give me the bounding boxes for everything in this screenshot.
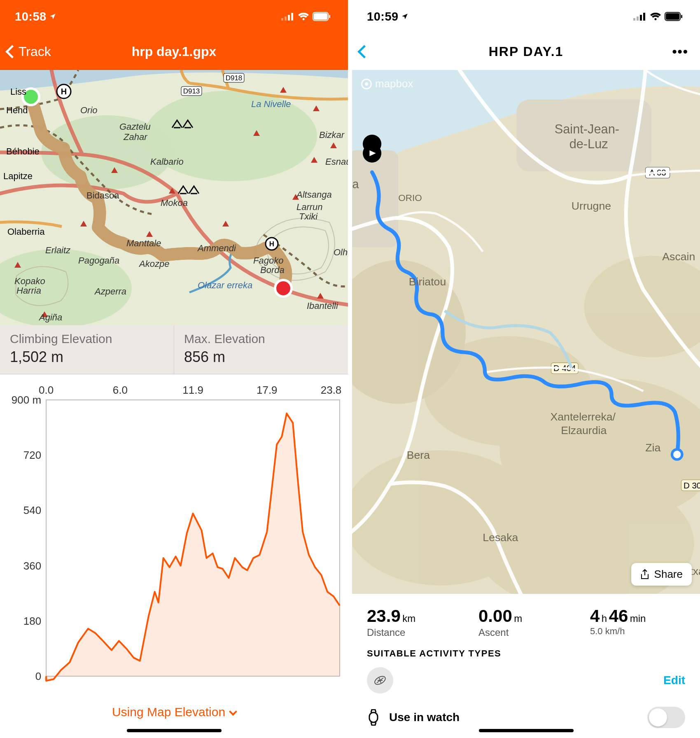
svg-rect-66 xyxy=(640,15,642,21)
svg-rect-3 xyxy=(291,13,293,21)
svg-text:720: 720 xyxy=(23,449,41,461)
svg-text:Altsanga: Altsanga xyxy=(296,189,332,200)
elevation-chart[interactable]: 0.06.011.917.923.8 km900 m7205403601800 xyxy=(0,374,348,693)
svg-text:900 m: 900 m xyxy=(12,394,41,406)
svg-text:Harria: Harria xyxy=(16,285,41,296)
stat-time: 4 h 46 min 5.0 km/h xyxy=(590,606,685,638)
svg-rect-65 xyxy=(637,16,639,21)
svg-text:Orio: Orio xyxy=(80,105,98,115)
stat-ascent: 0.00 m Ascent xyxy=(478,606,574,638)
svg-rect-69 xyxy=(666,13,679,20)
svg-text:Hend: Hend xyxy=(6,105,28,115)
svg-text:Larrun: Larrun xyxy=(296,202,323,212)
svg-rect-78 xyxy=(352,150,398,248)
nav-title: HRP DAY.1 xyxy=(489,44,564,59)
use-in-watch-toggle[interactable] xyxy=(647,707,685,728)
svg-text:Azperra: Azperra xyxy=(94,286,126,297)
svg-rect-0 xyxy=(281,18,283,21)
svg-text:11.9: 11.9 xyxy=(182,384,203,396)
home-indicator xyxy=(127,729,222,732)
svg-text:Liss: Liss xyxy=(10,86,26,97)
status-bar: 10:58 xyxy=(0,0,348,33)
home-indicator xyxy=(479,729,574,732)
left-app-screenshot: 10:58 Track hrp day.1.gpx xyxy=(0,0,348,738)
svg-text:Béhobie: Béhobie xyxy=(6,146,40,156)
nav-bar: Track hrp day.1.gpx xyxy=(0,33,348,70)
svg-text:Olha: Olha xyxy=(334,247,348,257)
svg-point-9 xyxy=(144,91,317,181)
svg-text:Ibantelli: Ibantelli xyxy=(307,301,338,311)
svg-text:Lesaka: Lesaka xyxy=(483,531,518,544)
svg-text:17.9: 17.9 xyxy=(257,384,278,396)
svg-text:H: H xyxy=(61,87,67,96)
svg-rect-6 xyxy=(329,15,330,18)
svg-text:Ammendi: Ammendi xyxy=(197,243,236,253)
route-stats: 23.9 km Distance 0.00 m Ascent 4 h 46 mi… xyxy=(352,594,700,642)
track-stats: Climbing Elevation 1,502 m Max. Elevatio… xyxy=(0,325,348,374)
track-map[interactable]: H H D918 D913 Liss Hend Orio Béhobie Lap… xyxy=(0,70,348,325)
section-activity-types: SUITABLE ACTIVITY TYPES xyxy=(352,642,700,666)
back-button[interactable]: Track xyxy=(7,44,51,59)
svg-text:ia: ia xyxy=(352,177,359,191)
cell-signal-icon xyxy=(633,12,646,21)
chevron-left-icon xyxy=(5,45,19,58)
stat-climbing: Climbing Elevation 1,502 m xyxy=(0,325,174,374)
svg-text:Urrugne: Urrugne xyxy=(572,200,611,212)
route-map[interactable]: A 63 D 404 D 306 xyxy=(352,70,700,594)
svg-text:D913: D913 xyxy=(183,87,200,95)
chevron-left-icon xyxy=(357,45,371,58)
status-time: 10:58 xyxy=(15,10,56,23)
svg-point-87 xyxy=(672,449,682,460)
svg-rect-67 xyxy=(643,13,645,21)
svg-text:180: 180 xyxy=(23,615,41,627)
back-button[interactable] xyxy=(359,47,369,56)
svg-text:Bera: Bera xyxy=(407,449,430,461)
svg-text:Fagoko: Fagoko xyxy=(253,255,283,266)
mapbox-attribution: mapbox xyxy=(361,77,413,90)
mapbox-logo-icon xyxy=(361,79,372,89)
svg-text:Ascain: Ascain xyxy=(662,250,695,263)
edit-activities-button[interactable]: Edit xyxy=(663,674,685,687)
share-icon xyxy=(640,569,649,580)
status-time: 10:59 xyxy=(367,10,408,23)
svg-rect-1 xyxy=(285,16,287,21)
svg-text:ORIO: ORIO xyxy=(398,193,422,203)
svg-text:Erlaitz: Erlaitz xyxy=(45,245,71,255)
svg-text:360: 360 xyxy=(23,560,41,572)
svg-text:Biriatou: Biriatou xyxy=(409,276,446,288)
svg-text:D918: D918 xyxy=(226,74,243,82)
location-arrow-icon xyxy=(401,13,408,20)
activity-hiking-icon[interactable] xyxy=(367,667,393,694)
svg-text:Borda: Borda xyxy=(260,265,285,275)
battery-icon xyxy=(665,12,683,21)
svg-text:Lapitze: Lapitze xyxy=(3,171,33,181)
svg-text:Xantelerreka/: Xantelerreka/ xyxy=(550,411,616,423)
cell-signal-icon xyxy=(281,12,294,21)
svg-text:Agiña: Agiña xyxy=(38,312,62,322)
svg-text:Elzaurdia: Elzaurdia xyxy=(561,424,607,437)
svg-text:Mokoa: Mokoa xyxy=(161,198,188,208)
use-in-watch-label: Use in watch xyxy=(389,711,460,724)
svg-rect-5 xyxy=(314,13,327,20)
svg-point-12 xyxy=(275,280,292,297)
svg-text:6.0: 6.0 xyxy=(113,384,128,396)
svg-text:Olaberria: Olaberria xyxy=(7,227,45,237)
stat-max-elevation: Max. Elevation 856 m xyxy=(174,325,348,374)
svg-text:La Nivelle: La Nivelle xyxy=(251,99,291,109)
svg-rect-2 xyxy=(288,15,290,21)
share-button[interactable]: Share xyxy=(631,563,692,586)
more-button[interactable]: ••• xyxy=(672,44,688,59)
svg-text:Olazar erreka: Olazar erreka xyxy=(198,280,252,290)
svg-text:540: 540 xyxy=(23,504,41,516)
wifi-icon xyxy=(298,12,309,21)
svg-text:Akozpe: Akozpe xyxy=(138,259,169,269)
status-bar: 10:59 xyxy=(352,0,700,33)
use-in-watch-row: Use in watch xyxy=(352,703,700,738)
svg-text:23.8 km: 23.8 km xyxy=(321,384,343,396)
svg-text:de-Luz: de-Luz xyxy=(569,137,608,151)
svg-text:Zahar: Zahar xyxy=(123,132,148,142)
chevron-down-icon xyxy=(229,708,237,716)
svg-text:Bidasoa: Bidasoa xyxy=(86,190,119,201)
right-app-screenshot: 10:59 HRP DAY.1 ••• xyxy=(352,0,700,738)
nav-bar: HRP DAY.1 ••• xyxy=(352,33,700,70)
